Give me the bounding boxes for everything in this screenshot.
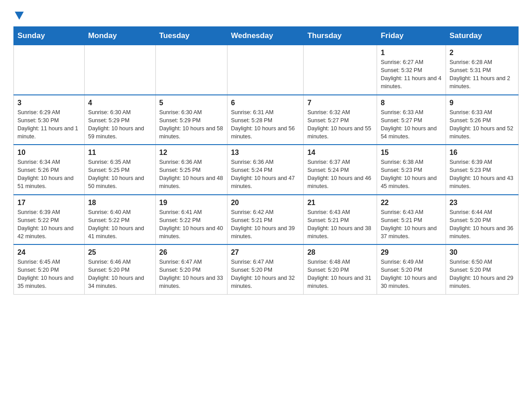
page-header: [13, 9, 519, 17]
calendar-cell: 6Sunrise: 6:31 AM Sunset: 5:28 PM Daylig…: [227, 95, 304, 145]
calendar-cell: 3Sunrise: 6:29 AM Sunset: 5:30 PM Daylig…: [14, 95, 85, 145]
day-number: 4: [88, 99, 152, 107]
day-number: 19: [159, 199, 223, 207]
day-number: 29: [381, 248, 442, 257]
cell-info: Sunrise: 6:33 AM Sunset: 5:26 PM Dayligh…: [450, 108, 515, 141]
logo-triangle-icon: [15, 12, 24, 20]
calendar-cell: 1Sunrise: 6:27 AM Sunset: 5:32 PM Daylig…: [377, 45, 446, 95]
calendar-cell: 14Sunrise: 6:37 AM Sunset: 5:24 PM Dayli…: [304, 145, 377, 195]
calendar-cell: 29Sunrise: 6:49 AM Sunset: 5:20 PM Dayli…: [377, 244, 446, 294]
calendar-cell: 23Sunrise: 6:44 AM Sunset: 5:20 PM Dayli…: [446, 195, 518, 245]
cell-info: Sunrise: 6:46 AM Sunset: 5:20 PM Dayligh…: [88, 258, 152, 291]
day-header-sunday: Sunday: [14, 27, 85, 45]
day-header-thursday: Thursday: [304, 27, 377, 45]
day-number: 5: [159, 99, 223, 107]
cell-info: Sunrise: 6:43 AM Sunset: 5:21 PM Dayligh…: [381, 208, 442, 241]
day-number: 7: [307, 99, 373, 107]
day-number: 24: [17, 248, 81, 257]
cell-info: Sunrise: 6:38 AM Sunset: 5:23 PM Dayligh…: [381, 158, 442, 191]
cell-info: Sunrise: 6:29 AM Sunset: 5:30 PM Dayligh…: [17, 108, 81, 141]
day-header-tuesday: Tuesday: [155, 27, 227, 45]
calendar-week-row: 1Sunrise: 6:27 AM Sunset: 5:32 PM Daylig…: [14, 45, 519, 95]
calendar-cell: 4Sunrise: 6:30 AM Sunset: 5:29 PM Daylig…: [84, 95, 155, 145]
calendar-table: SundayMondayTuesdayWednesdayThursdayFrid…: [13, 26, 519, 295]
calendar-cell: [304, 45, 377, 95]
day-number: 9: [450, 99, 515, 107]
calendar-cell: 28Sunrise: 6:48 AM Sunset: 5:20 PM Dayli…: [304, 244, 377, 294]
cell-info: Sunrise: 6:43 AM Sunset: 5:21 PM Dayligh…: [307, 208, 373, 241]
day-number: 21: [307, 199, 373, 207]
cell-info: Sunrise: 6:48 AM Sunset: 5:20 PM Dayligh…: [307, 258, 373, 291]
day-header-friday: Friday: [377, 27, 446, 45]
day-number: 17: [17, 199, 81, 207]
calendar-cell: 12Sunrise: 6:36 AM Sunset: 5:25 PM Dayli…: [155, 145, 227, 195]
day-number: 3: [17, 99, 81, 107]
calendar-cell: 27Sunrise: 6:47 AM Sunset: 5:20 PM Dayli…: [227, 244, 304, 294]
logo: [13, 9, 24, 17]
day-number: 8: [381, 99, 442, 107]
day-number: 30: [450, 248, 515, 257]
cell-info: Sunrise: 6:50 AM Sunset: 5:20 PM Dayligh…: [450, 258, 515, 291]
calendar-cell: 16Sunrise: 6:39 AM Sunset: 5:23 PM Dayli…: [446, 145, 518, 195]
cell-info: Sunrise: 6:30 AM Sunset: 5:29 PM Dayligh…: [88, 108, 152, 141]
calendar-cell: 20Sunrise: 6:42 AM Sunset: 5:21 PM Dayli…: [227, 195, 304, 245]
calendar-cell: 15Sunrise: 6:38 AM Sunset: 5:23 PM Dayli…: [377, 145, 446, 195]
cell-info: Sunrise: 6:42 AM Sunset: 5:21 PM Dayligh…: [231, 208, 300, 241]
calendar-cell: 25Sunrise: 6:46 AM Sunset: 5:20 PM Dayli…: [84, 244, 155, 294]
day-number: 27: [231, 248, 300, 257]
calendar-cell: 7Sunrise: 6:32 AM Sunset: 5:27 PM Daylig…: [304, 95, 377, 145]
day-number: 20: [231, 199, 300, 207]
calendar-cell: 5Sunrise: 6:30 AM Sunset: 5:29 PM Daylig…: [155, 95, 227, 145]
day-number: 28: [307, 248, 373, 257]
day-number: 11: [88, 149, 152, 157]
calendar-week-row: 3Sunrise: 6:29 AM Sunset: 5:30 PM Daylig…: [14, 95, 519, 145]
day-number: 2: [450, 49, 515, 57]
calendar-cell: 9Sunrise: 6:33 AM Sunset: 5:26 PM Daylig…: [446, 95, 518, 145]
calendar-cell: [227, 45, 304, 95]
calendar-cell: [84, 45, 155, 95]
cell-info: Sunrise: 6:47 AM Sunset: 5:20 PM Dayligh…: [231, 258, 300, 291]
day-number: 10: [17, 149, 81, 157]
cell-info: Sunrise: 6:27 AM Sunset: 5:32 PM Dayligh…: [381, 58, 442, 91]
day-number: 23: [450, 199, 515, 207]
day-number: 25: [88, 248, 152, 257]
calendar-cell: 22Sunrise: 6:43 AM Sunset: 5:21 PM Dayli…: [377, 195, 446, 245]
cell-info: Sunrise: 6:31 AM Sunset: 5:28 PM Dayligh…: [231, 108, 300, 141]
day-number: 16: [450, 149, 515, 157]
day-number: 1: [381, 49, 442, 57]
day-number: 12: [159, 149, 223, 157]
day-number: 6: [231, 99, 300, 107]
day-header-saturday: Saturday: [446, 27, 518, 45]
day-number: 13: [231, 149, 300, 157]
cell-info: Sunrise: 6:32 AM Sunset: 5:27 PM Dayligh…: [307, 108, 373, 141]
calendar-cell: 19Sunrise: 6:41 AM Sunset: 5:22 PM Dayli…: [155, 195, 227, 245]
calendar-cell: 18Sunrise: 6:40 AM Sunset: 5:22 PM Dayli…: [84, 195, 155, 245]
cell-info: Sunrise: 6:39 AM Sunset: 5:22 PM Dayligh…: [17, 208, 81, 241]
cell-info: Sunrise: 6:35 AM Sunset: 5:25 PM Dayligh…: [88, 158, 152, 191]
day-number: 18: [88, 199, 152, 207]
cell-info: Sunrise: 6:49 AM Sunset: 5:20 PM Dayligh…: [381, 258, 442, 291]
day-header-monday: Monday: [84, 27, 155, 45]
cell-info: Sunrise: 6:37 AM Sunset: 5:24 PM Dayligh…: [307, 158, 373, 191]
cell-info: Sunrise: 6:39 AM Sunset: 5:23 PM Dayligh…: [450, 158, 515, 191]
calendar-cell: [155, 45, 227, 95]
calendar-cell: 21Sunrise: 6:43 AM Sunset: 5:21 PM Dayli…: [304, 195, 377, 245]
calendar-cell: 13Sunrise: 6:36 AM Sunset: 5:24 PM Dayli…: [227, 145, 304, 195]
calendar-cell: 8Sunrise: 6:33 AM Sunset: 5:27 PM Daylig…: [377, 95, 446, 145]
calendar-cell: 2Sunrise: 6:28 AM Sunset: 5:31 PM Daylig…: [446, 45, 518, 95]
cell-info: Sunrise: 6:36 AM Sunset: 5:24 PM Dayligh…: [231, 158, 300, 191]
cell-info: Sunrise: 6:45 AM Sunset: 5:20 PM Dayligh…: [17, 258, 81, 291]
calendar-week-row: 10Sunrise: 6:34 AM Sunset: 5:26 PM Dayli…: [14, 145, 519, 195]
calendar-cell: [14, 45, 85, 95]
cell-info: Sunrise: 6:30 AM Sunset: 5:29 PM Dayligh…: [159, 108, 223, 141]
calendar-cell: 24Sunrise: 6:45 AM Sunset: 5:20 PM Dayli…: [14, 244, 85, 294]
calendar-cell: 17Sunrise: 6:39 AM Sunset: 5:22 PM Dayli…: [14, 195, 85, 245]
cell-info: Sunrise: 6:36 AM Sunset: 5:25 PM Dayligh…: [159, 158, 223, 191]
cell-info: Sunrise: 6:41 AM Sunset: 5:22 PM Dayligh…: [159, 208, 223, 241]
day-number: 22: [381, 199, 442, 207]
day-number: 14: [307, 149, 373, 157]
cell-info: Sunrise: 6:33 AM Sunset: 5:27 PM Dayligh…: [381, 108, 442, 141]
calendar-cell: 26Sunrise: 6:47 AM Sunset: 5:20 PM Dayli…: [155, 244, 227, 294]
day-header-wednesday: Wednesday: [227, 27, 304, 45]
cell-info: Sunrise: 6:28 AM Sunset: 5:31 PM Dayligh…: [450, 58, 515, 91]
